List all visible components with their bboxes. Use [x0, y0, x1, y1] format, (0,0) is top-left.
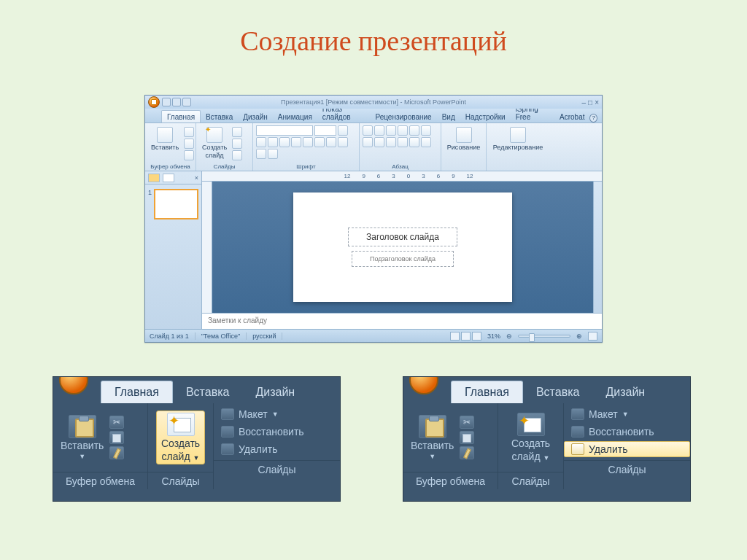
clear-format-icon[interactable] — [256, 149, 266, 159]
delete-icon[interactable] — [232, 150, 242, 160]
cu2-tab-design[interactable]: Дизайн — [592, 381, 658, 403]
qat-undo-icon[interactable] — [172, 98, 181, 106]
shrink-font-icon[interactable] — [338, 137, 348, 147]
drawing-button[interactable]: Рисование — [444, 125, 483, 152]
page-title: Создание презентаций — [0, 0, 747, 57]
font-name-combo[interactable] — [256, 125, 313, 136]
thumb-pane-close-icon[interactable]: × — [195, 174, 198, 182]
canvas-area: 12 9 6 3 0 3 6 9 12 Заголовок слайда Под… — [202, 171, 602, 329]
chevron-down-icon: ▼ — [272, 411, 279, 418]
view-slideshow-icon[interactable] — [472, 332, 481, 341]
thumb-tab-outline-icon[interactable] — [163, 174, 174, 182]
columns-icon[interactable] — [409, 137, 419, 147]
cu2-paste-button[interactable]: Вставить ▼ — [408, 413, 457, 462]
cut-icon[interactable] — [460, 416, 474, 429]
vertical-scrollbar[interactable] — [593, 182, 602, 313]
font-color-icon[interactable] — [268, 149, 278, 159]
shadow-icon[interactable] — [291, 137, 301, 147]
cu2-new-slide-button[interactable]: ✦ Создать слайд ▼ — [508, 411, 553, 464]
cut-icon[interactable] — [184, 127, 194, 137]
qat-redo-icon[interactable] — [182, 98, 191, 106]
maximize-button[interactable]: □ — [588, 98, 592, 106]
format-painter-icon[interactable] — [109, 446, 124, 459]
cu-layout-button[interactable]: Макет ▼ — [214, 406, 340, 422]
cut-icon[interactable] — [109, 416, 124, 429]
fit-to-window-icon[interactable] — [588, 332, 597, 341]
minimize-button[interactable]: – — [582, 98, 587, 106]
grow-font-icon[interactable] — [326, 137, 336, 147]
format-painter-icon[interactable] — [460, 446, 474, 459]
cu-reset-button[interactable]: Восстановить — [214, 424, 340, 440]
layout-icon[interactable] — [232, 127, 242, 137]
reset-icon[interactable] — [232, 139, 242, 149]
cu2-newslide-label2: слайд — [512, 451, 541, 462]
line-spacing-icon[interactable] — [409, 125, 419, 136]
align-right-icon[interactable] — [386, 137, 396, 147]
paste-button[interactable]: Вставить — [148, 125, 182, 152]
editing-button[interactable]: Редактирование — [490, 125, 546, 152]
subtitle-placeholder[interactable]: Подзаголовок слайда — [352, 251, 454, 267]
copy-icon[interactable] — [109, 431, 124, 444]
tab-animation[interactable]: Анимация — [273, 111, 317, 122]
cu2-reset-button[interactable]: Восстановить — [564, 424, 690, 440]
horizontal-ruler: 12 9 6 3 0 3 6 9 12 — [202, 171, 602, 182]
underline-icon[interactable] — [268, 137, 278, 147]
cu-new-slide-button[interactable]: ✦ Создать слайд ▼ — [156, 411, 205, 464]
bullets-icon[interactable] — [363, 125, 373, 136]
format-painter-icon[interactable] — [184, 150, 194, 160]
cu-paste-button[interactable]: Вставить ▼ — [58, 413, 107, 462]
zoom-in-icon[interactable]: ⊕ — [576, 332, 582, 340]
cu-tab-insert[interactable]: Вставка — [173, 381, 242, 403]
tab-acrobat[interactable]: Acrobat — [554, 111, 589, 122]
slide-thumbnail[interactable]: 1 — [148, 189, 198, 219]
cu-delete-button[interactable]: Удалить — [214, 441, 340, 457]
status-language[interactable]: русский — [252, 332, 282, 340]
notes-pane[interactable]: Заметки к слайду — [202, 313, 602, 329]
font-size-combo[interactable] — [314, 125, 336, 136]
tab-insert[interactable]: Вставка — [201, 111, 238, 122]
justify-icon[interactable] — [398, 137, 408, 147]
italic-icon[interactable] — [256, 137, 266, 147]
cu2-layout-button[interactable]: Макет ▼ — [564, 406, 690, 422]
status-theme: "Тема Office" — [201, 332, 247, 340]
tab-view[interactable]: Вид — [437, 111, 460, 122]
qat-save-icon[interactable] — [162, 98, 171, 106]
help-icon[interactable]: ? — [589, 114, 597, 122]
thumbnail-pane: × 1 — [145, 171, 202, 329]
thumb-tab-slides-icon[interactable] — [148, 174, 160, 182]
numbering-icon[interactable] — [374, 125, 384, 136]
title-placeholder[interactable]: Заголовок слайда — [348, 228, 457, 246]
close-button[interactable]: × — [595, 98, 599, 106]
indent-inc-icon[interactable] — [398, 125, 408, 136]
tab-review[interactable]: Рецензирование — [370, 111, 436, 122]
layout-icon — [221, 408, 234, 420]
cu2-delete-button[interactable]: Удалить — [564, 441, 690, 457]
tab-home[interactable]: Главная — [161, 110, 201, 122]
text-direction-icon[interactable] — [421, 125, 431, 136]
align-center-icon[interactable] — [374, 137, 384, 147]
cu-tab-design[interactable]: Дизайн — [242, 381, 308, 403]
zoom-percent[interactable]: 31% — [487, 332, 500, 340]
copy-icon[interactable] — [184, 139, 194, 149]
bold-icon[interactable] — [338, 125, 348, 136]
copy-icon[interactable] — [460, 431, 474, 444]
zoom-out-icon[interactable]: ⊖ — [506, 332, 512, 340]
tab-design[interactable]: Дизайн — [238, 111, 273, 122]
view-sorter-icon[interactable] — [461, 332, 471, 341]
change-case-icon[interactable] — [314, 137, 325, 147]
office-orb-button[interactable] — [148, 96, 160, 108]
clipboard-icon — [69, 415, 96, 438]
indent-dec-icon[interactable] — [386, 125, 396, 136]
new-slide-button[interactable]: ✦ Создать слайд — [199, 125, 230, 160]
char-spacing-icon[interactable] — [303, 137, 313, 147]
cu-tab-home[interactable]: Главная — [101, 381, 173, 403]
strike-icon[interactable] — [279, 137, 290, 147]
cu2-tab-insert[interactable]: Вставка — [523, 381, 592, 403]
align-left-icon[interactable] — [363, 137, 373, 147]
view-normal-icon[interactable] — [450, 332, 460, 341]
cu2-tab-home[interactable]: Главная — [451, 381, 523, 403]
align-text-icon[interactable] — [421, 137, 431, 147]
tab-addins[interactable]: Надстройки — [460, 111, 511, 122]
zoom-slider[interactable] — [518, 335, 570, 338]
slide-canvas[interactable]: Заголовок слайда Подзаголовок слайда — [293, 192, 512, 302]
